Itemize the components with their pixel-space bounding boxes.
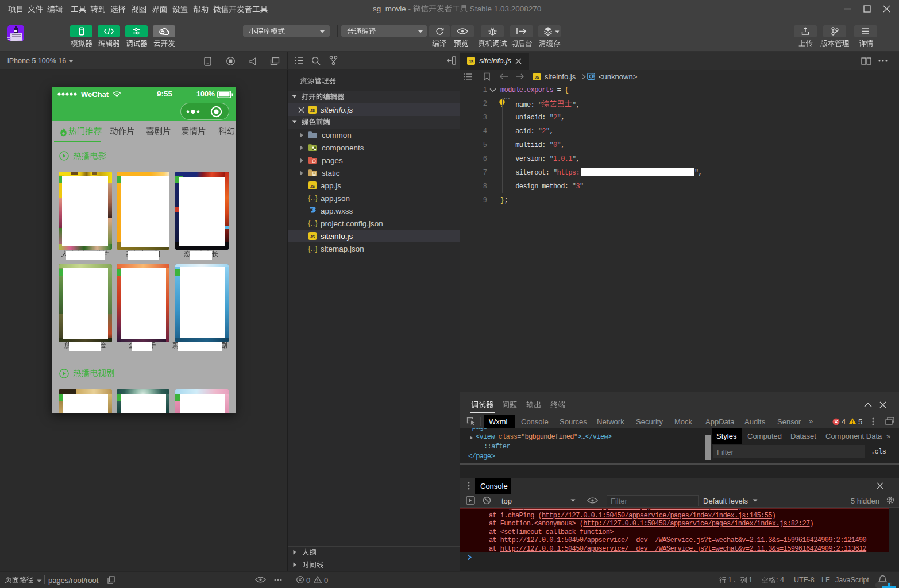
svg-text:JS: JS xyxy=(310,184,315,188)
svg-text:{..}: {..} xyxy=(308,195,318,202)
svg-text:JS: JS xyxy=(535,75,540,79)
svg-text:JS: JS xyxy=(310,235,315,239)
svg-text:{..}: {..} xyxy=(308,220,318,227)
svg-text:JS: JS xyxy=(310,109,315,113)
svg-text:{..}: {..} xyxy=(308,245,318,253)
svg-text:JS: JS xyxy=(469,60,474,64)
